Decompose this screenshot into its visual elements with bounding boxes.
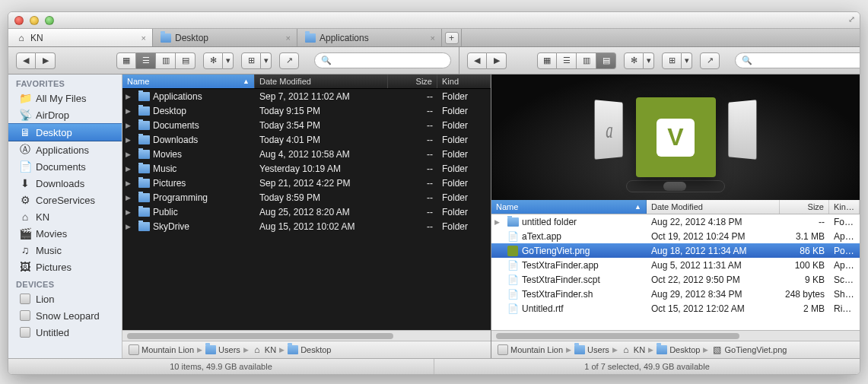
scrollbar-thumb[interactable] [127, 333, 393, 339]
sidebar-item-documents[interactable]: 📄Documents [8, 158, 122, 175]
path-item[interactable]: Desktop [657, 344, 700, 355]
expand-arrow-icon[interactable]: ▶ [122, 179, 133, 187]
back-button[interactable]: ◀ [467, 52, 487, 69]
col-date[interactable]: Date Modified [255, 75, 388, 88]
fullscreen-icon[interactable]: ⤢ [848, 14, 855, 24]
tab-applications[interactable]: Applications × [297, 29, 442, 46]
forward-button[interactable]: ▶ [36, 52, 56, 69]
col-kind[interactable]: Kind [437, 75, 491, 88]
list-item[interactable]: ▶ProgrammingToday 8:59 PM--Folder [122, 190, 491, 205]
coverflow-center-item[interactable]: V [636, 97, 716, 177]
path-item[interactable]: Users [574, 344, 609, 355]
file-list-left[interactable]: ▶ApplicationsSep 7, 2012 11:02 AM--Folde… [122, 89, 491, 330]
arrange-menu[interactable]: ⊞ ▾ [241, 52, 272, 69]
coverflow-view-button[interactable]: ▤ [176, 52, 196, 69]
list-item[interactable]: ▶DownloadsToday 4:01 PM--Folder [122, 132, 491, 147]
icon-view-button[interactable]: ▦ [116, 52, 136, 69]
sidebar-item-downloads[interactable]: ⬇Downloads [8, 175, 122, 192]
coverflow-prev-item[interactable]: a [595, 100, 623, 160]
arrange-menu[interactable]: ⊞ ▾ [662, 52, 692, 69]
coverflow-slider[interactable] [626, 180, 725, 192]
close-button[interactable] [14, 16, 24, 25]
expand-arrow-icon[interactable]: ▶ [491, 218, 502, 226]
col-name[interactable]: Name▲ [491, 200, 647, 214]
file-list-right[interactable]: ▶untitled folderAug 22, 2012 4:18 PM--Fo… [491, 214, 860, 330]
minimize-button[interactable] [30, 16, 39, 25]
expand-arrow-icon[interactable]: ▶ [122, 194, 133, 202]
col-kind[interactable]: Kin… [829, 200, 860, 214]
sidebar-device-untitled[interactable]: Untitled [8, 324, 122, 341]
action-menu[interactable]: ✻ ▾ [203, 52, 234, 69]
sidebar-item-movies[interactable]: 🎬Movies [8, 225, 122, 242]
expand-arrow-icon[interactable]: ▶ [122, 151, 133, 158]
col-date[interactable]: Date Modified [647, 200, 780, 214]
sidebar-device-snow-leopard[interactable]: Snow Leopard [8, 307, 122, 324]
col-size[interactable]: Size [388, 75, 437, 88]
expand-arrow-icon[interactable]: ▶ [122, 107, 133, 115]
list-view-button[interactable]: ☰ [557, 52, 577, 69]
column-view-button[interactable]: ▥ [577, 52, 596, 69]
close-icon[interactable]: × [431, 33, 435, 43]
list-item[interactable]: GoTiengViet.pngAug 18, 2012 11:34 AM86 K… [491, 243, 860, 258]
search-input[interactable]: 🔍 [314, 52, 451, 68]
list-view-button[interactable]: ☰ [136, 52, 156, 69]
col-name[interactable]: Name▲ [122, 75, 255, 88]
action-menu[interactable]: ✻ ▾ [624, 52, 654, 69]
path-item[interactable]: ⌂KN [621, 344, 645, 355]
list-item[interactable]: ▶untitled folderAug 22, 2012 4:18 PM--Fo… [491, 214, 860, 229]
sidebar-item-pictures[interactable]: 🖼Pictures [8, 259, 122, 275]
share-button[interactable]: ↗ [279, 52, 299, 69]
scrollbar-thumb[interactable] [496, 333, 739, 339]
close-icon[interactable]: × [286, 33, 291, 43]
list-item[interactable]: 📄TestXtraFinder.appAug 5, 2012 11:31 AM1… [491, 258, 860, 272]
list-item[interactable]: ▶ApplicationsSep 7, 2012 11:02 AM--Folde… [122, 89, 491, 103]
expand-arrow-icon[interactable]: ▶ [122, 136, 133, 144]
list-item[interactable]: ▶SkyDriveAug 15, 2012 10:02 AM--Folder [122, 219, 491, 233]
sidebar-device-lion[interactable]: Lion [8, 290, 122, 307]
list-item[interactable]: ▶DocumentsToday 3:54 PM--Folder [122, 118, 491, 132]
path-item[interactable]: Mountain Lion [129, 344, 194, 355]
expand-arrow-icon[interactable]: ▶ [122, 122, 133, 129]
sidebar-item-all-my-files[interactable]: 📁All My Files [8, 90, 122, 106]
list-item[interactable]: 📄Untitled.rtfOct 15, 2012 12:02 AM2 MBRi… [491, 301, 860, 316]
close-icon[interactable]: × [141, 33, 146, 43]
share-button[interactable]: ↗ [700, 52, 720, 69]
coverflow-view-button[interactable]: ▤ [596, 52, 616, 69]
sidebar-item-kn[interactable]: ⌂KN [8, 208, 122, 225]
coverflow[interactable]: a V GoTiengViet.png [491, 75, 860, 200]
list-item[interactable]: ▶PicturesSep 21, 2012 4:22 PM--Folder [122, 176, 491, 190]
coverflow-next-item[interactable] [728, 100, 756, 160]
column-view-button[interactable]: ▥ [156, 52, 176, 69]
sidebar-item-coreservices[interactable]: ⚙CoreServices [8, 192, 122, 208]
forward-button[interactable]: ▶ [487, 52, 507, 69]
list-item[interactable]: ▶MusicYesterday 10:19 AM--Folder [122, 161, 491, 176]
list-item[interactable]: ▶PublicAug 25, 2012 8:20 AM--Folder [122, 205, 491, 219]
sidebar-item-airdrop[interactable]: 📡AirDrop [8, 106, 122, 123]
back-button[interactable]: ◀ [16, 52, 36, 69]
sidebar-item-desktop[interactable]: 🖥Desktop [8, 123, 122, 141]
scrollbar[interactable] [122, 330, 491, 341]
search-input[interactable]: 🔍 [735, 52, 860, 68]
path-item[interactable]: Desktop [288, 344, 331, 355]
list-item[interactable]: 📄aText.appOct 19, 2012 10:24 PM3.1 MBAp… [491, 229, 860, 243]
zoom-button[interactable] [45, 16, 54, 25]
expand-arrow-icon[interactable]: ▶ [122, 223, 133, 230]
path-item[interactable]: Users [205, 344, 240, 355]
tab-kn[interactable]: ⌂ KN × [8, 29, 153, 46]
list-item[interactable]: 📄TestXtraFinder.scptOct 22, 2012 9:50 PM… [491, 272, 860, 287]
scrollbar[interactable] [491, 330, 860, 341]
list-item[interactable]: ▶DesktopToday 9:15 PM--Folder [122, 103, 491, 118]
col-size[interactable]: Size [780, 200, 829, 214]
tab-desktop[interactable]: Desktop × [153, 29, 297, 46]
path-item[interactable]: ⌂KN [252, 344, 276, 355]
expand-arrow-icon[interactable]: ▶ [122, 93, 133, 100]
slider-knob[interactable] [663, 182, 686, 191]
sidebar-item-applications[interactable]: ⒶApplications [8, 141, 122, 158]
icon-view-button[interactable]: ▦ [537, 52, 557, 69]
path-item[interactable]: ▧GoTiengViet.png [711, 344, 787, 355]
sidebar-item-music[interactable]: ♫Music [8, 242, 122, 259]
list-item[interactable]: ▶MoviesAug 4, 2012 10:58 AM--Folder [122, 147, 491, 161]
new-tab[interactable]: + [442, 29, 462, 46]
expand-arrow-icon[interactable]: ▶ [122, 165, 133, 173]
list-item[interactable]: 📄TestXtraFinder.shAug 29, 2012 8:34 PM24… [491, 287, 860, 301]
